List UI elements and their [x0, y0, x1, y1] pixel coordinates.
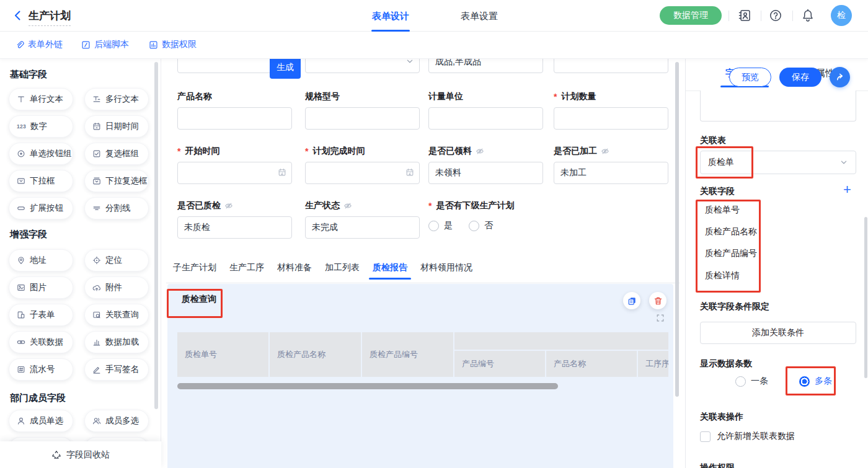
generate-button[interactable]: 生成 — [270, 59, 301, 79]
panel-scrollbar[interactable] — [864, 217, 867, 378]
plan-qty-input[interactable] — [554, 107, 668, 130]
field-pill-linked-data[interactable]: 关联数据 — [9, 331, 73, 353]
field-pill-multi-line-text[interactable]: 多行文本 — [84, 88, 149, 110]
canvas-scrollbar[interactable] — [675, 62, 679, 397]
field-pill-divider[interactable]: 分割线 — [84, 197, 149, 219]
field-label: 计划数量 — [561, 91, 596, 102]
table-horizontal-scrollbar[interactable] — [177, 383, 558, 389]
help-icon[interactable] — [769, 9, 782, 22]
data-permission-label: 数据权限 — [162, 39, 197, 50]
linked-query-widget[interactable]: 质检查询 质检单号 质检产品名称 质检产品编号 产品编号 产品名称 工序序号 — [167, 284, 673, 468]
add-condition-button[interactable]: 添加关联条件 — [700, 322, 856, 344]
product-type-input[interactable] — [428, 59, 543, 73]
contact-book-icon[interactable] — [738, 9, 751, 22]
tabs-divider — [166, 283, 680, 283]
copy-icon — [627, 296, 637, 306]
radio-single-label[interactable]: 一条 — [751, 376, 768, 387]
radio-yes[interactable] — [428, 221, 439, 231]
production-status-input[interactable] — [305, 216, 420, 239]
radio-no-label[interactable]: 否 — [484, 220, 493, 231]
radio-no[interactable] — [469, 221, 479, 231]
recycle-icon — [51, 450, 61, 460]
field-pill-label: 附件 — [105, 282, 122, 293]
column-header: 质检产品编号 — [362, 332, 453, 377]
radio-single[interactable] — [735, 376, 746, 387]
field-pill-linked-query[interactable]: 关联查询 — [84, 304, 149, 326]
field-pill-image[interactable]: 图片 — [9, 276, 73, 299]
field-pill-dropdown[interactable]: 下拉框 — [9, 170, 73, 192]
field-pill-attachment[interactable]: 附件 — [84, 276, 149, 299]
tab-material-usage[interactable]: 材料领用情况 — [418, 260, 474, 280]
related-field-item[interactable]: 质检产品编号 — [705, 248, 757, 259]
field-pill-number[interactable]: 123数字 — [9, 115, 73, 138]
notification-bell-icon[interactable] — [801, 9, 815, 22]
add-related-field-button[interactable]: + — [843, 182, 851, 198]
text-input[interactable] — [554, 59, 668, 73]
qc-status-input[interactable] — [177, 216, 292, 239]
field-pill-multi-dropdown[interactable]: 下拉复选框 — [84, 170, 149, 192]
sidebar-scrollbar[interactable] — [154, 62, 158, 409]
finish-date-input[interactable] — [305, 162, 420, 184]
related-field-item[interactable]: 质检单号 — [705, 205, 740, 216]
field-pill-location[interactable]: 定位 — [84, 249, 149, 272]
data-manage-button[interactable]: 数据管理 — [660, 6, 722, 25]
tab-qc-report[interactable]: 质检报告 — [371, 260, 409, 280]
radio-multiple-label[interactable]: 多条 — [815, 376, 832, 387]
column-header: 质检产品名称 — [270, 332, 361, 377]
field-pill-address[interactable]: 地址 — [9, 249, 73, 272]
link-icon — [15, 40, 24, 50]
tab-process-list[interactable]: 加工列表 — [323, 260, 361, 280]
field-label: 是否已加工 — [554, 146, 597, 157]
required-asterisk: * — [177, 146, 180, 156]
start-date-input[interactable] — [177, 162, 292, 184]
page-title[interactable]: 生产计划 — [29, 9, 71, 26]
field-pill-checkbox-group[interactable]: 复选框组 — [84, 143, 149, 165]
expand-handle-icon[interactable] — [656, 314, 665, 322]
avatar[interactable]: 检 — [831, 5, 852, 26]
tab-form-design[interactable]: 表单设计 — [363, 0, 418, 32]
field-pill-member-single[interactable]: 成员单选 — [9, 410, 73, 432]
external-link-item[interactable]: 表单外链 — [15, 39, 63, 50]
tab-sub-production-plan[interactable]: 子生产计划 — [171, 260, 218, 280]
tab-material-prep[interactable]: 材料准备 — [275, 260, 314, 280]
field-pill-label: 扩展按钮 — [30, 203, 63, 214]
backend-script-item[interactable]: 后端脚本 — [81, 39, 129, 50]
allow-add-label[interactable]: 允许新增关联表数据 — [717, 431, 795, 442]
radio-multiple[interactable] — [799, 376, 810, 387]
allow-add-checkbox[interactable] — [700, 431, 711, 442]
required-asterisk: * — [554, 92, 557, 102]
save-button[interactable]: 保存 — [779, 68, 822, 87]
material-status-input[interactable] — [428, 162, 543, 184]
select-field[interactable] — [305, 59, 420, 73]
tab-production-process[interactable]: 生产工序 — [228, 260, 266, 280]
unit-input[interactable] — [428, 107, 543, 130]
field-pill-data-load[interactable]: 数据加载 — [84, 331, 149, 353]
linked-query-title: 质检查询 — [182, 294, 216, 305]
back-icon[interactable] — [11, 9, 25, 22]
copy-widget-button[interactable] — [623, 292, 640, 309]
field-pill-member-multi[interactable]: 成员多选 — [84, 410, 149, 432]
preview-button[interactable]: 预览 — [729, 68, 771, 87]
field-pill-serial-number[interactable]: 流水号 — [9, 358, 73, 381]
single-line-text-icon — [17, 95, 25, 104]
field-recycle-bin[interactable]: 字段回收站 — [0, 441, 161, 468]
field-pill-subform[interactable]: 子表单 — [9, 304, 73, 326]
related-field-item[interactable]: 质检产品名称 — [705, 226, 757, 237]
spec-model-input[interactable] — [305, 107, 420, 130]
field-pill-datetime[interactable]: 日期时间 — [84, 115, 149, 138]
field-pill-radio-group[interactable]: 单选按钮组 — [9, 143, 73, 165]
product-name-input[interactable] — [177, 107, 292, 130]
field-pill-single-line-text[interactable]: 单行文本 — [9, 88, 73, 110]
radio-yes-label[interactable]: 是 — [444, 220, 453, 231]
field-pill-signature[interactable]: 手写签名 — [84, 358, 149, 381]
tab-form-settings[interactable]: 表单设置 — [451, 0, 507, 32]
data-permission-item[interactable]: 数据权限 — [149, 39, 197, 50]
chevron-down-icon — [405, 59, 414, 66]
field-pill-extend-button[interactable]: 扩展按钮 — [9, 197, 73, 219]
related-table-select[interactable]: 质检单 — [700, 151, 856, 174]
process-status-input[interactable] — [554, 162, 668, 184]
field-library-sidebar: 基础字段 单行文本 多行文本 123数字 日期时间 单选按钮组 复选框组 下拉框… — [0, 59, 161, 468]
related-field-item[interactable]: 质检详情 — [705, 270, 740, 281]
share-button[interactable] — [830, 67, 850, 87]
delete-widget-button[interactable] — [649, 292, 666, 309]
